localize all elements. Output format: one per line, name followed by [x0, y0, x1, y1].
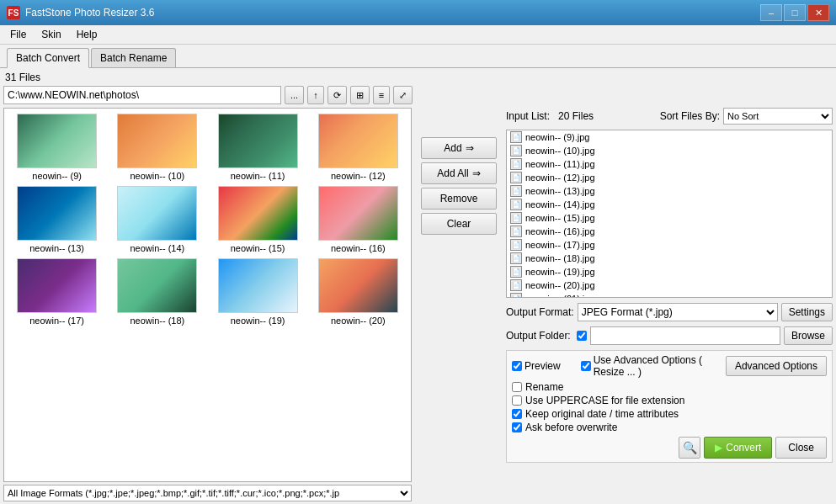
- list-item[interactable]: neowin-- (16): [311, 186, 406, 253]
- list-item[interactable]: neowin-- (18): [109, 258, 205, 326]
- adv-options-checkbox[interactable]: [581, 361, 591, 371]
- file-icon: 📄: [510, 279, 522, 291]
- preview-check[interactable]: Preview: [512, 360, 561, 372]
- file-name: neowin-- (12).jpg: [525, 172, 595, 183]
- left-panel: neowin-- (9) neowin-- (10) neowin-- (11)…: [3, 108, 412, 501]
- content-row: neowin-- (9) neowin-- (10) neowin-- (11)…: [3, 108, 833, 501]
- list-item[interactable]: 📄 neowin-- (10).jpg: [507, 144, 832, 157]
- add-button[interactable]: Add ⇒: [421, 137, 497, 159]
- image-grid-container[interactable]: neowin-- (9) neowin-- (10) neowin-- (11)…: [3, 108, 412, 482]
- file-icon: 📄: [510, 145, 522, 157]
- remove-button[interactable]: Remove: [421, 188, 497, 210]
- tab-batch-convert[interactable]: Batch Convert: [7, 48, 89, 68]
- add-all-arrow-icon: ⇒: [472, 167, 481, 179]
- file-icon: 📄: [510, 185, 522, 197]
- settings-button[interactable]: Settings: [781, 303, 833, 321]
- file-name: neowin-- (20).jpg: [525, 280, 595, 290]
- browse-path-button[interactable]: ...: [285, 86, 304, 104]
- up-button[interactable]: ↑: [307, 86, 324, 104]
- list-item[interactable]: neowin-- (19): [210, 258, 306, 326]
- input-list-header: Input List: 20 Files Sort Files By: No S…: [506, 108, 833, 125]
- image-label: neowin-- (15): [231, 243, 285, 253]
- list-item[interactable]: neowin-- (11): [210, 114, 306, 181]
- thumbnail: [318, 258, 398, 313]
- menu-skin[interactable]: Skin: [35, 27, 67, 42]
- app-icon: FS: [7, 6, 20, 19]
- image-grid: neowin-- (9) neowin-- (10) neowin-- (11)…: [4, 109, 411, 331]
- image-label: neowin-- (14): [130, 243, 184, 253]
- clear-button[interactable]: Clear: [421, 213, 497, 235]
- thumbnail: [117, 258, 197, 313]
- path-input[interactable]: [3, 86, 281, 104]
- list-item[interactable]: 📄 neowin-- (11).jpg: [507, 157, 832, 171]
- list-item[interactable]: neowin-- (20): [311, 258, 406, 326]
- list-item[interactable]: neowin-- (12): [311, 114, 406, 181]
- file-name: neowin-- (18).jpg: [525, 253, 595, 263]
- maximize-button[interactable]: □: [784, 4, 806, 21]
- menu-help[interactable]: Help: [70, 27, 104, 42]
- list-item[interactable]: neowin-- (15): [210, 186, 306, 253]
- output-format-select[interactable]: JPEG Format (*.jpg): [578, 303, 778, 321]
- thumbnail: [218, 258, 298, 313]
- output-folder-input[interactable]: [590, 326, 780, 345]
- expand-button[interactable]: ⤢: [393, 86, 413, 104]
- list-item[interactable]: 📄 neowin-- (21).jpg: [507, 292, 832, 298]
- list-item[interactable]: 📄 neowin-- (18).jpg: [507, 252, 832, 265]
- close-button[interactable]: ✕: [807, 4, 829, 21]
- list-item[interactable]: 📄 neowin-- (17).jpg: [507, 238, 832, 252]
- rename-checkbox[interactable]: [512, 382, 522, 392]
- add-all-button[interactable]: Add All ⇒: [421, 162, 497, 184]
- file-icon: 📄: [510, 199, 522, 210]
- browse-folder-button[interactable]: Browse: [784, 326, 833, 345]
- list-item[interactable]: neowin-- (13): [9, 186, 104, 253]
- file-name: neowin-- (17).jpg: [525, 240, 595, 250]
- view-list-button[interactable]: ≡: [373, 86, 390, 104]
- minimize-button[interactable]: –: [760, 4, 782, 21]
- image-label: neowin-- (16): [331, 243, 386, 253]
- list-item[interactable]: 📄 neowin-- (12).jpg: [507, 171, 832, 184]
- list-item[interactable]: 📄 neowin-- (13).jpg: [507, 184, 832, 198]
- sort-row: Sort Files By: No Sort Name Size Date: [660, 108, 833, 125]
- list-item[interactable]: 📄 neowin-- (9).jpg: [507, 130, 832, 144]
- list-item[interactable]: neowin-- (14): [109, 186, 205, 253]
- list-item[interactable]: 📄 neowin-- (16).jpg: [507, 225, 832, 238]
- main-area: 31 Files ... ↑ ⟳ ⊞ ≡ ⤢ neowin-- (9) neow…: [0, 68, 836, 504]
- thumbnail: [17, 114, 97, 168]
- file-list-box[interactable]: 📄 neowin-- (9).jpg 📄 neowin-- (10).jpg 📄…: [506, 130, 833, 298]
- adv-options-check[interactable]: Use Advanced Options ( Resize ... ): [581, 354, 722, 378]
- list-item[interactable]: 📄 neowin-- (15).jpg: [507, 211, 832, 225]
- thumbnail: [17, 258, 97, 313]
- rename-row: Rename: [512, 381, 827, 393]
- preview-checkbox[interactable]: [512, 361, 522, 371]
- file-icon: 📄: [510, 225, 522, 237]
- output-folder-checkbox[interactable]: [577, 331, 587, 341]
- sort-select[interactable]: No Sort Name Size Date: [723, 108, 833, 125]
- view-grid-button[interactable]: ⊞: [350, 86, 370, 104]
- list-item[interactable]: 📄 neowin-- (19).jpg: [507, 265, 832, 279]
- list-item[interactable]: 📄 neowin-- (20).jpg: [507, 279, 832, 292]
- preview-icon-button[interactable]: 🔍: [679, 437, 700, 459]
- file-icon: 📄: [510, 131, 522, 143]
- menu-file[interactable]: File: [3, 27, 33, 42]
- ask-overwrite-label: Ask before overwrite: [525, 422, 617, 433]
- advanced-options-button[interactable]: Advanced Options: [726, 356, 827, 376]
- list-item[interactable]: neowin-- (10): [109, 114, 205, 181]
- tab-batch-rename[interactable]: Batch Rename: [91, 48, 176, 67]
- list-item[interactable]: neowin-- (17): [9, 258, 104, 326]
- input-list-count: 20 Files: [558, 110, 594, 122]
- uppercase-checkbox[interactable]: [512, 395, 522, 406]
- thumbnail: [218, 114, 298, 168]
- ask-overwrite-checkbox[interactable]: [512, 422, 522, 432]
- keep-date-checkbox[interactable]: [512, 409, 522, 419]
- close-app-button[interactable]: Close: [775, 437, 827, 459]
- list-item[interactable]: neowin-- (9): [9, 114, 104, 181]
- file-name: neowin-- (19).jpg: [525, 267, 595, 277]
- refresh-button[interactable]: ⟳: [327, 86, 347, 104]
- file-filter-select[interactable]: All Image Formats (*.jpg;*.jpe;*.jpeg;*.…: [3, 485, 412, 501]
- keep-date-label: Keep original date / time attributes: [525, 408, 679, 420]
- file-name: neowin-- (14).jpg: [525, 199, 595, 210]
- convert-button[interactable]: ▶ Convert: [704, 437, 772, 459]
- image-label: neowin-- (13): [29, 243, 84, 253]
- list-item[interactable]: 📄 neowin-- (14).jpg: [507, 198, 832, 211]
- add-arrow-icon: ⇒: [466, 142, 474, 154]
